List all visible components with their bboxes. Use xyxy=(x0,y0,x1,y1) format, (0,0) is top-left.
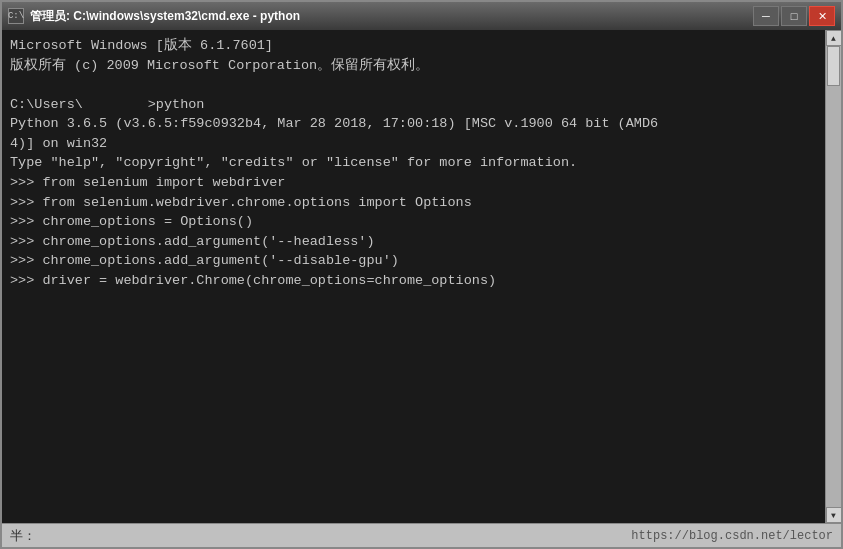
window-icon: C:\ xyxy=(8,8,24,24)
title-bar: C:\ 管理员: C:\windows\system32\cmd.exe - p… xyxy=(2,2,841,30)
status-left: 半： xyxy=(10,527,36,545)
scroll-down-arrow[interactable]: ▼ xyxy=(826,507,842,523)
close-button[interactable]: ✕ xyxy=(809,6,835,26)
scroll-up-arrow[interactable]: ▲ xyxy=(826,30,842,46)
status-bar: 半： https://blog.csdn.net/lector xyxy=(2,523,841,547)
scrollbar-track[interactable] xyxy=(826,46,841,507)
cmd-window: C:\ 管理员: C:\windows\system32\cmd.exe - p… xyxy=(0,0,843,549)
maximize-button[interactable]: □ xyxy=(781,6,807,26)
window-controls: ─ □ ✕ xyxy=(753,6,835,26)
window-title: 管理员: C:\windows\system32\cmd.exe - pytho… xyxy=(30,8,753,25)
content-area: Microsoft Windows [版本 6.1.7601] 版权所有 (c)… xyxy=(2,30,841,523)
status-right: https://blog.csdn.net/lector xyxy=(631,529,833,543)
scrollbar[interactable]: ▲ ▼ xyxy=(825,30,841,523)
scrollbar-thumb[interactable] xyxy=(827,46,840,86)
terminal-output[interactable]: Microsoft Windows [版本 6.1.7601] 版权所有 (c)… xyxy=(2,30,825,523)
minimize-button[interactable]: ─ xyxy=(753,6,779,26)
